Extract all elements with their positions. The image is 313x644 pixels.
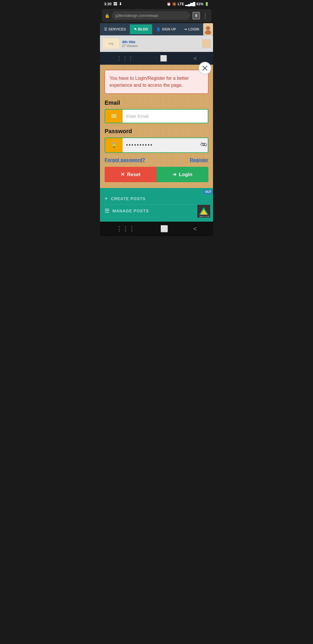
login-nav-icon: ➜: [184, 27, 187, 31]
nav-login[interactable]: ➜ LOGIN: [180, 24, 203, 34]
blog-icon: ✎: [134, 27, 137, 31]
url-area[interactable]: g3techdesign.com/viewpc: [112, 11, 190, 20]
url-text: g3techdesign.com/viewpc: [115, 13, 159, 18]
footer-area: OUT + Create Posts ☰ Manage Posts BACK T…: [100, 188, 213, 222]
email-input[interactable]: [123, 110, 208, 123]
home-icon[interactable]: ⬜: [160, 55, 167, 62]
reset-icon: ✕: [121, 171, 125, 178]
action-buttons: ✕ Reset ➜ Login: [105, 167, 208, 182]
services-icon: ☰: [104, 27, 107, 31]
thumbnail-viewers: 27 Viewers: [122, 44, 138, 48]
browser-bar: 🔒 g3techdesign.com/viewpc 8 ⋮: [102, 9, 211, 22]
nav-blog[interactable]: ✎ BLOG: [130, 24, 152, 34]
nav-avatar[interactable]: [203, 23, 213, 35]
forgot-password-link[interactable]: Forgot password?: [105, 158, 145, 163]
browser-bottom-nav: ⋮⋮⋮ ⬜ <: [100, 52, 213, 65]
manage-posts-item[interactable]: ☰ Manage Posts: [105, 205, 208, 217]
home-button[interactable]: ⬜: [160, 225, 168, 233]
download-icon: ⬇: [119, 2, 122, 6]
password-wrapper: [123, 138, 208, 152]
login-label: Login: [179, 172, 192, 178]
alert-message: You have to Login/Register for a better …: [110, 75, 203, 89]
manage-posts-label: Manage Posts: [112, 209, 149, 213]
login-nav-label: LOGIN: [188, 27, 199, 31]
nav-bar: ☰ SERVICES ✎ BLOG 👤 SIGN UP ➜ LOGIN: [100, 23, 213, 35]
password-input-group: 🔒: [105, 138, 208, 153]
system-nav: ⋮⋮⋮ ⬜ <: [100, 222, 213, 236]
blog-label: BLOG: [138, 27, 148, 31]
lte-icon: LTE: [178, 2, 184, 6]
menu-icon[interactable]: ⋮⋮⋮: [116, 55, 134, 62]
alarm-icon: ⏰: [167, 2, 171, 6]
manage-posts-icon: ☰: [105, 208, 110, 214]
register-link[interactable]: Register: [190, 158, 208, 163]
create-posts-item[interactable]: + Create Posts: [105, 193, 208, 205]
status-bar: 3:20 🖼 ⬇ ⏰ 🔕 LTE ▂▄▆█ 61% 🔋: [100, 0, 213, 8]
tab-count[interactable]: 8: [192, 12, 200, 19]
password-input[interactable]: [123, 138, 197, 152]
thumbnail-image: img: [102, 38, 120, 49]
email-label: Email: [105, 100, 208, 106]
login-icon: ➜: [172, 171, 176, 178]
create-posts-icon: +: [105, 196, 108, 202]
password-icon: 🔒: [105, 138, 123, 152]
back-button[interactable]: <: [193, 225, 197, 233]
svg-point-1: [205, 30, 211, 35]
status-right: ⏰ 🔕 LTE ▂▄▆█ 61% 🔋: [167, 2, 209, 6]
thumbnail-info: 4th title 27 Viewers: [122, 40, 138, 48]
login-form-area: You have to Login/Register for a better …: [100, 65, 213, 188]
menu-button[interactable]: ⋮: [202, 12, 208, 19]
recent-apps-button[interactable]: ⋮⋮⋮: [116, 225, 135, 233]
battery: 61%: [196, 2, 203, 6]
lock-icon: 🔒: [105, 13, 110, 18]
email-input-group: ✉: [105, 109, 208, 123]
reset-label: Reset: [127, 172, 140, 178]
photo-icon: 🖼: [113, 2, 117, 6]
svg-text:BACK TO TOP: BACK TO TOP: [200, 216, 210, 217]
services-label: SERVICES: [108, 27, 126, 31]
toggle-password-icon[interactable]: [197, 142, 208, 149]
back-icon[interactable]: <: [194, 55, 197, 62]
time: 3:20: [104, 2, 112, 6]
thumbnail-strip: img 4th title 27 Viewers: [100, 35, 213, 52]
reset-button[interactable]: ✕ Reset: [105, 167, 156, 182]
back-to-top[interactable]: BACK TO TOP: [197, 205, 210, 219]
nav-signup[interactable]: 👤 SIGN UP: [152, 24, 180, 34]
mute-icon: 🔕: [172, 2, 176, 6]
alert-box: You have to Login/Register for a better …: [105, 70, 208, 94]
svg-point-0: [206, 26, 210, 30]
out-label: OUT: [203, 190, 213, 194]
login-button[interactable]: ➜ Login: [156, 167, 208, 182]
signup-icon: 👤: [156, 27, 161, 31]
signal-icon: ▂▄▆█: [185, 2, 195, 6]
password-label: Password: [105, 128, 208, 135]
status-left: 3:20 🖼 ⬇: [104, 2, 122, 6]
email-icon: ✉: [105, 110, 123, 123]
create-posts-label: Create Posts: [111, 196, 146, 201]
thumbnail-title: 4th title: [122, 40, 138, 44]
close-button[interactable]: [199, 62, 211, 75]
battery-icon: 🔋: [205, 2, 209, 6]
signup-label: SIGN UP: [162, 27, 176, 31]
nav-services[interactable]: ☰ SERVICES: [100, 24, 130, 34]
links-row: Forgot password? Register: [105, 158, 208, 163]
